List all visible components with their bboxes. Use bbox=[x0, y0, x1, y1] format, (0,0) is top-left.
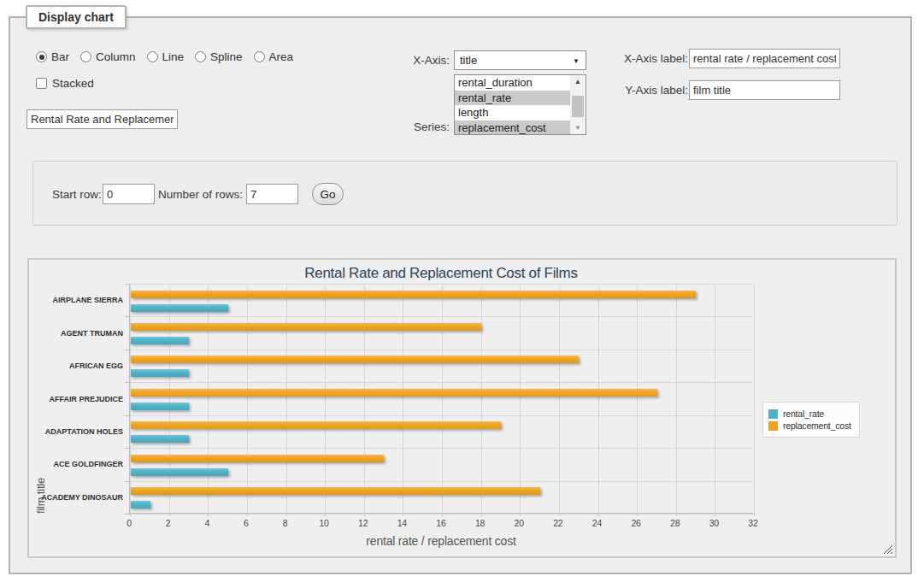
chart-type-radio-column[interactable]: Column bbox=[80, 50, 136, 63]
x-tick-label: 24 bbox=[592, 518, 602, 528]
radio-label: Column bbox=[96, 50, 136, 63]
legend-swatch bbox=[768, 409, 778, 419]
category-label: AFFAIR PREJUDICE bbox=[29, 395, 123, 403]
x-axis-label-input[interactable] bbox=[689, 49, 840, 68]
series-multiselect[interactable]: rental_durationrental_ratelengthreplacem… bbox=[454, 74, 586, 135]
series-option-rental_duration[interactable]: rental_duration bbox=[455, 75, 572, 91]
radio-icon[interactable] bbox=[195, 51, 206, 62]
stacked-checkbox-row[interactable]: Stacked bbox=[36, 77, 94, 90]
bar-rental_rate-airplane-sierra[interactable] bbox=[131, 304, 228, 312]
bar-rental_rate-academy-dinosaur[interactable] bbox=[131, 501, 150, 509]
y-tick-mark bbox=[125, 415, 130, 416]
category-label: ACADEMY DINOSAUR bbox=[29, 493, 123, 502]
x-axis-select[interactable]: title ▼ bbox=[454, 50, 586, 70]
y-tick-mark bbox=[125, 316, 130, 317]
bar-rental_rate-african-egg[interactable] bbox=[131, 369, 189, 377]
bar-rental_rate-agent-truman[interactable] bbox=[131, 337, 189, 344]
legend-item-replacement_cost[interactable]: replacement_cost bbox=[768, 420, 851, 431]
category-label: AIRPLANE SIERRA bbox=[29, 296, 123, 304]
series-option-replacement_cost[interactable]: replacement_cost bbox=[455, 121, 572, 136]
gridline bbox=[403, 284, 403, 513]
gridline bbox=[442, 284, 443, 513]
chart-container: Rental Rate and Replacement Cost of Film… bbox=[27, 258, 897, 558]
bar-rental_rate-adaptation-holes[interactable] bbox=[131, 435, 189, 443]
chart-legend: rental_ratereplacement_cost bbox=[762, 402, 860, 438]
chart-title-input[interactable] bbox=[26, 109, 178, 129]
bar-rental_rate-affair-prejudice[interactable] bbox=[131, 403, 189, 410]
number-of-rows-input[interactable] bbox=[246, 184, 298, 204]
x-tick-label: 8 bbox=[283, 518, 288, 528]
y-tick-mark bbox=[125, 514, 130, 514]
bar-replacement_cost-affair-prejudice[interactable] bbox=[131, 389, 657, 397]
bar-replacement_cost-academy-dinosaur[interactable] bbox=[131, 487, 540, 495]
bar-rental_rate-ace-goldfinger[interactable] bbox=[131, 468, 228, 476]
chart-title: Rental Rate and Replacement Cost of Film… bbox=[129, 265, 753, 282]
x-tick-label: 16 bbox=[436, 518, 445, 528]
gridline bbox=[130, 481, 753, 482]
x-axis-tick-labels: 02468101214161820222426283032 bbox=[129, 518, 753, 530]
radio-label: Spline bbox=[210, 50, 243, 63]
gridline bbox=[130, 284, 753, 285]
category-label: ADAPTATION HOLES bbox=[29, 427, 123, 436]
chart-type-radio-spline[interactable]: Spline bbox=[195, 50, 243, 63]
x-axis-title: rental rate / replacement cost bbox=[129, 534, 753, 548]
x-tick-label: 0 bbox=[127, 518, 132, 528]
x-axis-selected-value: title bbox=[460, 54, 477, 67]
y-axis-label-input[interactable] bbox=[689, 80, 840, 100]
gridline bbox=[676, 284, 677, 513]
chart-type-radio-line[interactable]: Line bbox=[147, 50, 185, 63]
gridline bbox=[598, 284, 599, 513]
y-tick-mark bbox=[125, 284, 130, 285]
gridline bbox=[130, 382, 753, 383]
bar-replacement_cost-ace-goldfinger[interactable] bbox=[131, 455, 384, 462]
x-tick-label: 20 bbox=[515, 518, 524, 528]
x-axis-select-label: X-Axis: bbox=[344, 54, 450, 67]
stacked-label: Stacked bbox=[52, 77, 94, 90]
gridline bbox=[130, 448, 753, 449]
gridline bbox=[130, 350, 753, 350]
radio-label: Line bbox=[162, 50, 185, 63]
y-tick-mark bbox=[125, 350, 130, 350]
radio-icon[interactable] bbox=[147, 51, 158, 62]
gridline bbox=[637, 284, 638, 513]
start-row-input[interactable] bbox=[103, 184, 155, 204]
x-tick-label: 26 bbox=[631, 518, 640, 528]
gridline bbox=[364, 284, 365, 513]
chart-type-radio-group: BarColumnLineSplineArea bbox=[36, 50, 293, 63]
legend-item-rental_rate[interactable]: rental_rate bbox=[768, 409, 851, 419]
plot-area bbox=[129, 284, 753, 514]
x-tick-label: 32 bbox=[748, 518, 757, 528]
category-label: AFRICAN EGG bbox=[29, 362, 123, 370]
number-of-rows-label: Number of rows: bbox=[158, 188, 243, 201]
y-tick-mark bbox=[125, 382, 130, 383]
scroll-down-arrow-icon[interactable]: ▼ bbox=[570, 121, 586, 134]
x-tick-label: 12 bbox=[358, 518, 368, 528]
chart-type-radio-bar[interactable]: Bar bbox=[36, 50, 69, 63]
radio-icon[interactable] bbox=[80, 51, 91, 62]
bar-replacement_cost-agent-truman[interactable] bbox=[131, 323, 481, 331]
gridline bbox=[325, 284, 326, 513]
scroll-thumb[interactable] bbox=[572, 96, 584, 117]
legend-label: replacement_cost bbox=[783, 420, 851, 431]
chart-type-radio-area[interactable]: Area bbox=[254, 50, 294, 63]
x-axis-label-field-label: X-Axis label: bbox=[574, 52, 688, 65]
legend-label: rental_rate bbox=[783, 409, 824, 419]
stacked-checkbox[interactable] bbox=[36, 78, 47, 89]
bar-replacement_cost-airplane-sierra[interactable] bbox=[131, 291, 696, 298]
series-option-length[interactable]: length bbox=[455, 105, 572, 121]
gridline bbox=[559, 284, 560, 513]
radio-icon[interactable] bbox=[36, 51, 47, 62]
gridline bbox=[130, 284, 131, 513]
series-option-rental_rate[interactable]: rental_rate bbox=[455, 91, 572, 106]
gridline bbox=[169, 284, 170, 513]
x-tick-label: 6 bbox=[244, 518, 249, 528]
resize-handle-icon[interactable] bbox=[883, 544, 893, 555]
bar-replacement_cost-african-egg[interactable] bbox=[131, 356, 579, 363]
gridline bbox=[481, 284, 482, 513]
y-tick-mark bbox=[125, 481, 130, 482]
gridline bbox=[130, 415, 753, 416]
go-button[interactable]: Go bbox=[312, 183, 344, 205]
radio-icon[interactable] bbox=[254, 51, 265, 62]
legend-swatch bbox=[768, 421, 778, 431]
bar-replacement_cost-adaptation-holes[interactable] bbox=[131, 421, 501, 429]
